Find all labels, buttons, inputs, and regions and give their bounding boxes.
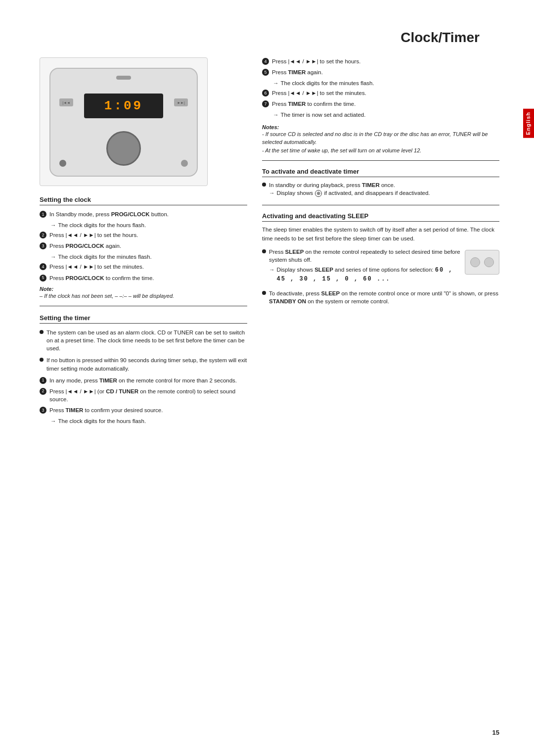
- timer-intro-2: If no button is pressed within 90 second…: [40, 356, 247, 372]
- clock-step-3-text: Press PROG/CLOCK again.: [49, 242, 121, 250]
- right-step-num-5: 5: [262, 69, 269, 76]
- timer-step-num-1: 1: [40, 377, 46, 384]
- right-step-num-7: 7: [262, 100, 269, 107]
- right-step-5-arrow: → The clock digits for the minutes flash…: [273, 79, 499, 87]
- activate-timer-text: In standby or during playback, press TIM…: [269, 182, 395, 188]
- right-step-5-text: Press TIMER again.: [272, 68, 323, 76]
- bullet-icon-2: [40, 358, 44, 362]
- sleep-options: 60 , 45 , 30 , 15 , 0 , 60 ...: [277, 267, 453, 283]
- sleep-list: Press SLEEP on the remote control repeat…: [262, 248, 499, 305]
- device-dot-right: [181, 160, 188, 167]
- sleep-title: Activating and deactivating SLEEP: [262, 212, 499, 222]
- device-body: |◄◄ 1:09 ►►|: [49, 68, 198, 177]
- remote-btn-right: [484, 257, 494, 267]
- device-dot-left: [59, 160, 66, 167]
- clock-step-1-text: In Standby mode, press PROG/CLOCK button…: [49, 210, 169, 218]
- timer-step-num-2: 2: [40, 388, 46, 395]
- step-number-1: 1: [40, 211, 46, 218]
- remote-button-row: [470, 257, 494, 267]
- device-knob: [106, 131, 141, 166]
- activate-timer-arrow: → Display shows ⊕ if activated, and disa…: [269, 189, 430, 197]
- clock-note-title: Note:: [40, 286, 247, 292]
- timer-steps: 1 In any mode, press TIMER on the remote…: [40, 377, 247, 425]
- bullet-icon-activate: [262, 183, 266, 187]
- right-step-4: 4 Press |◄◄ / ►►| to set the hours.: [262, 57, 499, 65]
- timer-intro-1: The system can be used as an alarm clock…: [40, 329, 247, 352]
- timer-step-3-text: Press TIMER to confirm your desired sour…: [49, 406, 163, 414]
- timer-symbol: ⊕: [315, 190, 322, 197]
- right-step-num-4: 4: [262, 58, 269, 65]
- bullet-icon-1: [40, 330, 44, 334]
- page-number: 15: [492, 729, 499, 736]
- right-step-5: 5 Press TIMER again.: [262, 68, 499, 76]
- activate-timer-title: To activate and deactivate timer: [262, 168, 499, 177]
- sleep-item-2-text: To deactivate, press SLEEP on the remote…: [269, 289, 499, 305]
- language-tab: English: [523, 109, 534, 138]
- right-step-num-6: 6: [262, 90, 269, 96]
- sleep-item-1-arrow: → Display shows SLEEP and series of time…: [269, 266, 461, 284]
- divider-1: [40, 306, 247, 306]
- right-step-7-arrow: → The timer is now set and actiated.: [273, 111, 499, 119]
- device-display: 1:09: [84, 94, 163, 118]
- bullet-icon-sleep-1: [262, 249, 266, 253]
- clock-note-text: – If the clock has not been set, – –:– –…: [40, 292, 247, 300]
- timer-intro-list: The system can be used as an alarm clock…: [40, 329, 247, 372]
- timer-step-3: 3 Press TIMER to confirm your desired so…: [40, 406, 247, 414]
- right-step-7-text: Press TIMER to confirm the time.: [272, 100, 356, 108]
- remote-btn-left: [470, 257, 480, 267]
- clock-note: Note: – If the clock has not been set, –…: [40, 286, 247, 300]
- timer-step-1-text: In any mode, press TIMER on the remote c…: [49, 377, 237, 384]
- divider-right-2: [262, 205, 499, 205]
- device-left-button: |◄◄: [59, 98, 73, 106]
- timer-note-2: - At the set time of wake up, the set wi…: [262, 146, 499, 155]
- clock-step-4: 4 Press |◄◄ / ►►| to set the minutes.: [40, 263, 247, 271]
- timer-intro-1-text: The system can be used as an alarm clock…: [46, 329, 247, 352]
- device-right-button: ►►|: [174, 98, 188, 106]
- timer-step-1: 1 In any mode, press TIMER on the remote…: [40, 377, 247, 384]
- activate-timer-list: In standby or during playback, press TIM…: [262, 181, 499, 199]
- timer-step-3-arrow: → The clock digits for the hours flash.: [50, 417, 247, 425]
- clock-step-2: 2 Press |◄◄ / ►►| to set the hours.: [40, 231, 247, 239]
- remote-control-image: [465, 250, 499, 275]
- step-number-4: 4: [40, 263, 46, 270]
- clock-step-3: 3 Press PROG/CLOCK again.: [40, 242, 247, 250]
- sleep-item-2: To deactivate, press SLEEP on the remote…: [262, 289, 499, 305]
- sleep-item-1-content: Press SLEEP on the remote control repeat…: [269, 248, 499, 285]
- step-number-2: 2: [40, 232, 46, 238]
- right-step-6-text: Press |◄◄ / ►►| to set the minutes.: [272, 89, 366, 97]
- timer-step-2: 2 Press |◄◄ / ►►| (or CD / TUNER on the …: [40, 387, 247, 403]
- sleep-item-1: Press SLEEP on the remote control repeat…: [262, 248, 499, 285]
- sleep-item-1-text: Press SLEEP on the remote control repeat…: [269, 249, 460, 263]
- setting-timer-title: Setting the timer: [40, 314, 247, 324]
- device-top-button: [116, 76, 131, 80]
- left-column: |◄◄ 1:09 ►►| Setting the clock 1 In Stan…: [40, 57, 247, 427]
- timer-notes: Notes: - If source CD is selected and no…: [262, 124, 499, 155]
- timer-intro-2-text: If no button is pressed within 90 second…: [46, 356, 247, 372]
- device-image: |◄◄ 1:09 ►►|: [40, 57, 208, 186]
- right-timer-steps: 4 Press |◄◄ / ►►| to set the hours. 5 Pr…: [262, 57, 499, 119]
- clock-step-2-text: Press |◄◄ / ►►| to set the hours.: [49, 231, 138, 239]
- activate-timer-content: In standby or during playback, press TIM…: [269, 181, 430, 199]
- clock-step-4-text: Press |◄◄ / ►►| to set the minutes.: [49, 263, 144, 271]
- main-content: |◄◄ 1:09 ►►| Setting the clock 1 In Stan…: [40, 57, 499, 427]
- timer-step-2-text: Press |◄◄ / ►►| (or CD / TUNER on the re…: [49, 387, 247, 403]
- step-number-3: 3: [40, 242, 46, 249]
- setting-clock-steps: 1 In Standby mode, press PROG/CLOCK butt…: [40, 210, 247, 282]
- clock-step-1: 1 In Standby mode, press PROG/CLOCK butt…: [40, 210, 247, 218]
- activate-timer-item: In standby or during playback, press TIM…: [262, 181, 499, 199]
- setting-clock-title: Setting the clock: [40, 196, 247, 205]
- clock-step-5: 5 Press PROG/CLOCK to confirm the time.: [40, 274, 247, 282]
- right-column: 4 Press |◄◄ / ►►| to set the hours. 5 Pr…: [262, 57, 499, 427]
- right-step-7: 7 Press TIMER to confirm the time.: [262, 100, 499, 108]
- right-step-4-text: Press |◄◄ / ►►| to set the hours.: [272, 57, 360, 65]
- sleep-intro: The sleep timer enables the system to sw…: [262, 226, 499, 243]
- page: English Clock/Timer |◄◄ 1:09 ►►| Setting…: [0, 0, 534, 756]
- right-step-6: 6 Press |◄◄ / ►►| to set the minutes.: [262, 89, 499, 97]
- clock-step-5-text: Press PROG/CLOCK to confirm the time.: [49, 274, 154, 282]
- timer-note-1: - If source CD is selected and no disc i…: [262, 130, 499, 146]
- timer-notes-title: Notes:: [262, 124, 499, 130]
- divider-right-1: [262, 160, 499, 161]
- bullet-icon-sleep-2: [262, 291, 266, 295]
- clock-step-1-arrow: → The clock digits for the hours flash.: [50, 221, 247, 229]
- timer-step-num-3: 3: [40, 407, 46, 414]
